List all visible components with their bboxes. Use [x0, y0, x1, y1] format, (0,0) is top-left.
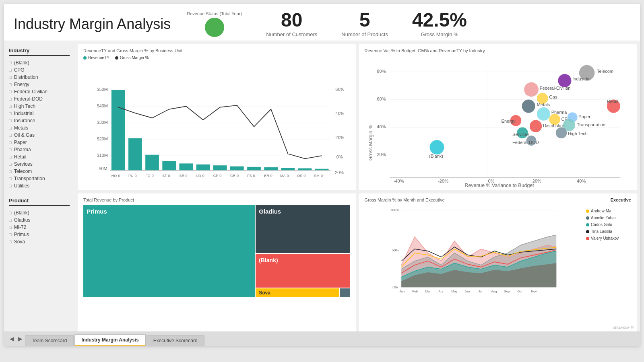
industry-filter-item[interactable]: Industrial [9, 110, 70, 117]
obvi-credit: obviEnce © [613, 325, 634, 330]
svg-text:-40%: -40% [393, 179, 404, 183]
treemap-primus[interactable]: Primus [83, 205, 255, 297]
svg-point-69 [537, 107, 550, 121]
sidebar: Industry (Blank)CPGDistributionEnergyFed… [4, 41, 74, 343]
svg-text:20%: 20% [335, 135, 344, 140]
svg-text:Industrial: Industrial [572, 76, 590, 81]
treemap-chart: Total Revenue by Product Primus Gladius … [78, 193, 356, 339]
svg-text:Retail: Retail [607, 99, 618, 104]
legend-carlos-grilo: Carlos Grilo [586, 222, 631, 227]
tab-team-scorecard[interactable]: Team Scorecard [25, 335, 74, 346]
industry-filter-item[interactable]: Insurance [9, 117, 70, 124]
svg-text:60%: 60% [377, 97, 386, 101]
industry-filter-item[interactable]: Distribution [9, 74, 70, 81]
industry-filter-item[interactable]: Oil & Gas [9, 132, 70, 139]
svg-text:40%: 40% [377, 124, 386, 129]
bar-line-svg: $50M $40M $30M $20M $10M $0M 60% 40% 20%… [83, 62, 350, 190]
svg-rect-17 [111, 90, 125, 170]
svg-text:Mar: Mar [425, 290, 431, 293]
product-filter-item[interactable]: Sova [9, 238, 70, 245]
kpi-products: 5 Number of Products [341, 10, 388, 37]
svg-text:Apr: Apr [438, 290, 444, 293]
industry-filter-list: (Blank)CPGDistributionEnergyFederal-Civi… [9, 59, 70, 189]
svg-rect-26 [264, 167, 278, 170]
treemap-blank[interactable]: (Blank) [256, 254, 350, 287]
executive-legend: Andrew Ma Annelie Zubar Carlos Grilo [583, 205, 631, 293]
product-section-title: Product [9, 197, 70, 206]
svg-text:Jun: Jun [464, 290, 470, 293]
area-svg: 100% 50% 0% [365, 205, 583, 293]
product-filter-item[interactable]: (Blank) [9, 209, 70, 216]
revenue-gm-chart: RevenueTY and Gross Margin % by Business… [78, 44, 356, 190]
svg-text:May: May [451, 290, 457, 293]
kpi-products-label: Number of Products [341, 31, 388, 37]
svg-text:Sep: Sep [504, 290, 510, 293]
product-filter-item[interactable]: Gladius [9, 216, 70, 224]
revenue-status-indicator[interactable] [205, 18, 224, 37]
gm-month-chart: Gross Margin % by Month and Executive Ex… [359, 193, 637, 339]
product-filter-item[interactable]: MI-72 [9, 224, 70, 231]
svg-text:ER-0: ER-0 [264, 174, 272, 178]
legend-revenuety-dot [83, 56, 87, 60]
executive-legend-title: Executive [611, 197, 631, 202]
industry-section-title: Industry [9, 47, 70, 56]
svg-rect-28 [298, 168, 312, 170]
svg-text:Telecom: Telecom [597, 69, 613, 74]
industry-filter-item[interactable]: Utilities [9, 182, 70, 189]
svg-text:(Blank): (Blank) [429, 154, 443, 158]
page-title: Industry Margin Analysis [14, 16, 171, 33]
treemap-sova[interactable]: Sova [256, 288, 339, 297]
svg-rect-27 [281, 168, 295, 170]
svg-text:Jan: Jan [399, 290, 405, 293]
legend-revenuety: RevenueTY [83, 56, 109, 60]
svg-text:High Tech: High Tech [568, 131, 588, 136]
svg-text:Nov: Nov [531, 290, 537, 293]
svg-point-87 [429, 140, 444, 154]
tab-nav-left[interactable]: ◀ [8, 335, 16, 342]
industry-filter-item[interactable]: Federal-Civilian [9, 88, 70, 95]
industry-filter-item[interactable]: Metals [9, 124, 70, 132]
treemap-mi72[interactable] [340, 288, 350, 297]
industry-filter-item[interactable]: Federal-DOD [9, 95, 70, 103]
industry-filter-item[interactable]: Transportation [9, 175, 70, 182]
svg-text:$20M: $20M [97, 136, 108, 141]
industry-filter-item[interactable]: Telecom [9, 168, 70, 175]
svg-text:Gas: Gas [549, 95, 557, 99]
industry-filter-item[interactable]: Services [9, 160, 70, 168]
svg-point-83 [555, 127, 567, 138]
svg-rect-22 [196, 165, 210, 170]
industry-filter-item[interactable]: (Blank) [9, 59, 70, 66]
svg-text:0%: 0% [336, 154, 343, 159]
kpi-products-value: 5 [359, 10, 370, 30]
svg-text:0%: 0% [392, 285, 398, 289]
kpi-gm-value: 42.5% [412, 10, 467, 30]
svg-rect-21 [180, 163, 193, 170]
svg-text:Paper: Paper [578, 114, 590, 119]
legend-valery-ushakov: Valery Ushakov [586, 236, 631, 241]
industry-filter-item[interactable]: Retail [9, 153, 70, 160]
svg-text:Metals: Metals [537, 102, 550, 107]
industry-filter-item[interactable]: High Tech [9, 103, 70, 110]
industry-filter-item[interactable]: Energy [9, 81, 70, 88]
tab-industry-margin[interactable]: Industry Margin Analysis [74, 334, 145, 346]
tab-executive-scorecard[interactable]: Executive Scorecard [147, 335, 204, 346]
svg-text:FO-0: FO-0 [145, 174, 154, 178]
product-filter-list: (Blank)GladiusMI-72PrimusSova [9, 209, 70, 245]
svg-rect-18 [128, 138, 142, 171]
svg-text:Aug: Aug [491, 290, 497, 293]
gm-month-chart-body: 100% 50% 0% [365, 205, 632, 293]
svg-text:HO-0: HO-0 [111, 174, 120, 178]
legend-annelie-zubar: Annelie Zubar [586, 216, 631, 220]
svg-text:Federal-DOD: Federal-DOD [512, 140, 539, 145]
treemap-gladius[interactable]: Gladius [256, 205, 350, 253]
kpi-gm: 42.5% Gross Margin % [412, 10, 467, 37]
industry-filter-item[interactable]: CPG [9, 66, 70, 74]
svg-text:MA-0: MA-0 [280, 174, 289, 178]
product-filter-item[interactable]: Primus [9, 231, 70, 238]
industry-filter-item[interactable]: Pharma [9, 146, 70, 153]
svg-rect-23 [213, 165, 227, 170]
revenue-status: Revenue Status (Total Year) [187, 11, 242, 37]
industry-filter-item[interactable]: Paper [9, 139, 70, 146]
legend-gm-dot [115, 56, 118, 60]
tab-nav-right[interactable]: ▶ [17, 335, 24, 342]
